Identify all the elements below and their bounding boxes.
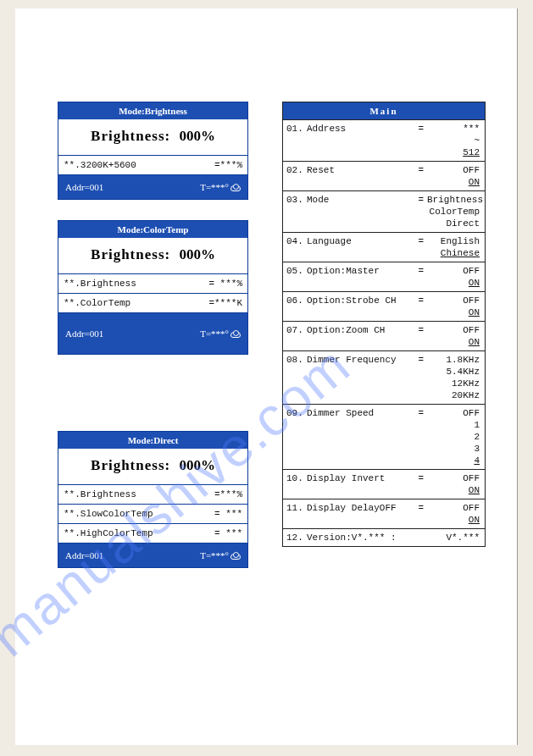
temp-text: T=***° (200, 328, 241, 339)
param-row: **.SlowColorTemp = *** (58, 505, 247, 524)
menu-num: 07. (286, 324, 307, 336)
right-column: Main 01.Address=***~51202.Reset=OFFON03.… (282, 102, 486, 588)
addr-text: Addr=001 (65, 328, 103, 339)
param-value: = ***% (208, 279, 242, 289)
left-column: Mode:Brightness Brightness: 000% **.3200… (58, 102, 248, 588)
menu-extra: 1 (286, 419, 480, 431)
param-value: =***% (214, 160, 242, 170)
menu-value: OFF (424, 295, 480, 306)
menu-row: 04.Language=EnglishChinese (283, 232, 485, 262)
param-value: = *** (214, 528, 242, 538)
addr-bar: Addr=001 T=***° (58, 544, 247, 567)
menu-eq: = (415, 235, 424, 247)
menu-extra: ON (286, 176, 480, 188)
cloud-icon (230, 332, 241, 338)
temp-value: T=***° (200, 328, 229, 339)
menu-num: 11. (286, 502, 307, 514)
addr-text: Addr=001 (65, 182, 103, 192)
menu-row: 02.Reset=OFFON (283, 161, 485, 190)
addr-bar: Addr=001 T=***° (58, 175, 247, 199)
menu-name: Mode (307, 194, 415, 206)
panel-colortemp-big: Brightness: 000% (58, 238, 247, 274)
panel-brightness-big: Brightness: 000% (58, 119, 247, 156)
menu-eq (415, 532, 424, 544)
addr-bar: Addr=001 T=***° (58, 313, 247, 354)
menu-name: Option:Master (307, 265, 415, 277)
param-name: **.Brightness (64, 279, 208, 289)
panel-direct-title: Mode:Direct (58, 432, 247, 449)
menu-extra: 5.4KHz (286, 366, 480, 378)
menu-eq: = (415, 295, 424, 306)
panel-brightness-title: Mode:Brightness (58, 102, 247, 119)
menu-row: 09.Dimmer Speed=OFF1234 (283, 404, 485, 469)
menu-num: 09. (286, 407, 307, 419)
menu-num: 03. (286, 194, 307, 206)
menu-value: OFF (424, 472, 480, 484)
menu-row: 08.Dimmer Frequency=1.8KHz5.4KHz12KHz20K… (283, 350, 485, 404)
menu-eq: = (415, 265, 424, 277)
big-value: 000% (179, 246, 215, 262)
menu-value: *** (424, 123, 480, 135)
panel-direct-big: Brightness: 000% (58, 449, 247, 485)
param-value: = *** (214, 509, 242, 519)
big-label: Brightness: (91, 128, 170, 144)
menu-extra: ON (286, 484, 480, 496)
param-value: =****K (208, 298, 242, 308)
param-value: =***% (214, 489, 242, 499)
menu-extra: 12KHz (286, 378, 480, 389)
menu-name: Dimmer Frequency (307, 354, 415, 366)
temp-value: T=***° (200, 182, 229, 192)
menu-extra: ON (286, 306, 480, 318)
panel-colortemp-title: Mode:ColorTemp (58, 221, 247, 238)
menu-value: OFF (424, 407, 480, 419)
param-name: **.Brightness (64, 489, 214, 499)
menu-eq: = (415, 324, 424, 336)
menu-extra: ON (286, 277, 480, 289)
menu-row: 01.Address=***~512 (283, 119, 485, 161)
menu-row: 07.Option:Zoom CH=OFFON (283, 321, 485, 350)
menu-name: Reset (307, 164, 415, 176)
menu-value: OFF (424, 502, 480, 514)
big-value: 000% (179, 457, 215, 473)
menu-value: V*.*** (424, 532, 480, 544)
menu-value: 1.8KHz (424, 354, 480, 366)
big-label: Brightness: (91, 457, 170, 473)
menu-row: 12.Version:V*.*** :V*.*** (283, 528, 485, 546)
main-menu-body: 01.Address=***~51202.Reset=OFFON03.Mode=… (283, 119, 485, 546)
menu-value: Brightness (424, 194, 480, 206)
temp-text: T=***° (200, 182, 241, 192)
menu-row: 03.Mode=BrightnessColorTempDirect (283, 190, 485, 232)
menu-extra: Chinese (286, 247, 480, 259)
panel-direct: Mode:Direct Brightness: 000% **.Brightne… (58, 431, 248, 568)
menu-eq: = (415, 354, 424, 366)
menu-num: 10. (286, 472, 307, 484)
menu-eq: = (415, 194, 424, 206)
menu-num: 02. (286, 164, 307, 176)
menu-name: Dimmer Speed (307, 407, 415, 419)
menu-name: Version:V*.*** : (307, 532, 415, 544)
menu-num: 08. (286, 354, 307, 366)
menu-value: OFF (424, 265, 480, 277)
menu-eq: = (415, 123, 424, 135)
main-menu: Main 01.Address=***~51202.Reset=OFFON03.… (282, 102, 486, 547)
temp-value: T=***° (200, 550, 229, 560)
param-row: **.Brightness = ***% (58, 274, 247, 294)
menu-num: 04. (286, 235, 307, 247)
menu-value: OFF (424, 164, 480, 176)
menu-extra: ON (286, 514, 480, 526)
menu-row: 06.Option:Strobe CH=OFFON (283, 291, 485, 321)
menu-row: 11.Display DelayOFF=OFFON (283, 499, 485, 528)
menu-num: 06. (286, 295, 307, 306)
menu-extra: 512 (286, 146, 480, 158)
menu-value: English (424, 235, 480, 247)
addr-text: Addr=001 (65, 550, 103, 560)
menu-name: Display Invert (307, 472, 415, 484)
param-row: **.HighColorTemp = *** (58, 524, 247, 544)
menu-row: 05.Option:Master=OFFON (283, 262, 485, 291)
menu-name: Option:Zoom CH (307, 324, 415, 336)
page: manualshive.com Mode:Brightness Brightne… (0, 0, 533, 756)
menu-eq: = (415, 407, 424, 419)
menu-num: 01. (286, 123, 307, 135)
cloud-icon (230, 185, 241, 191)
menu-extra: ON (286, 336, 480, 348)
